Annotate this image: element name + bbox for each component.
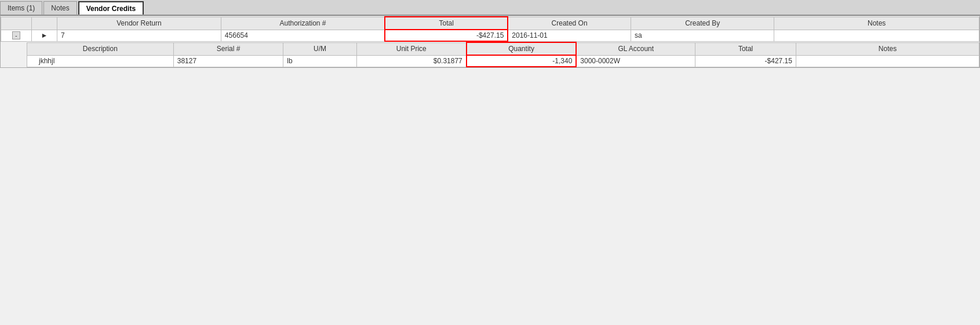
content-area: Vendor Return Authorization # Total Crea… — [0, 16, 980, 325]
arrow-cell: ► — [32, 30, 57, 41]
row-arrow-icon: ► — [41, 31, 48, 39]
sub-cell-notes — [796, 55, 979, 67]
sub-col-gl-account: GL Account — [576, 42, 695, 55]
sub-cell-total: -$427.15 — [695, 55, 796, 67]
main-table-wrapper: Vendor Return Authorization # Total Crea… — [0, 16, 980, 68]
col-total: Total — [385, 17, 508, 30]
sub-cell-um: lb — [283, 55, 356, 67]
tab-notes[interactable]: Notes — [43, 1, 76, 15]
col-notes: Notes — [774, 17, 979, 30]
col-authorization: Authorization # — [221, 17, 385, 30]
cell-authorization: 456654 — [221, 30, 385, 41]
col-created-by: Created By — [631, 17, 774, 30]
sub-table-row: jkhhjl 38127 lb $0.31877 -1,340 3000-000… — [27, 55, 979, 67]
table-row[interactable]: - ► 7 456654 -$427.15 2016-11-01 sa — [1, 30, 979, 41]
sub-col-unit-price: Unit Price — [356, 42, 467, 55]
expand-button[interactable]: - — [12, 31, 20, 39]
sub-table-wrapper: Description Serial # U/M Unit Price Quan… — [1, 42, 979, 67]
sub-col-quantity: Quantity — [467, 42, 577, 55]
sub-col-notes: Notes — [796, 42, 979, 55]
sub-cell-description: jkhhjl — [27, 55, 174, 67]
arrow-col-header — [32, 17, 57, 30]
cell-created-on: 2016-11-01 — [508, 30, 631, 41]
sub-col-description: Description — [27, 42, 174, 55]
tab-items[interactable]: Items (1) — [0, 1, 42, 15]
expand-col-header — [1, 17, 32, 30]
sub-cell-quantity: -1,340 — [467, 55, 577, 67]
sub-col-um: U/M — [283, 42, 356, 55]
sub-col-serial: Serial # — [173, 42, 283, 55]
col-vendor-return: Vendor Return — [57, 17, 221, 30]
tab-bar: Items (1) Notes Vendor Credits — [0, 0, 980, 16]
sub-cell-serial: 38127 — [173, 55, 283, 67]
tab-vendor-credits[interactable]: Vendor Credits — [78, 1, 144, 15]
main-table: Vendor Return Authorization # Total Crea… — [1, 16, 979, 42]
sub-table: Description Serial # U/M Unit Price Quan… — [27, 42, 979, 67]
sub-col-total: Total — [695, 42, 796, 55]
sub-cell-unit-price: $0.31877 — [356, 55, 467, 67]
sub-cell-gl-account: 3000-0002W — [576, 55, 695, 67]
cell-vendor-return: 7 — [57, 30, 221, 41]
cell-notes — [774, 30, 979, 41]
expand-cell[interactable]: - — [1, 30, 32, 41]
col-created-on: Created On — [508, 17, 631, 30]
cell-created-by: sa — [631, 30, 774, 41]
cell-total: -$427.15 — [385, 30, 508, 41]
